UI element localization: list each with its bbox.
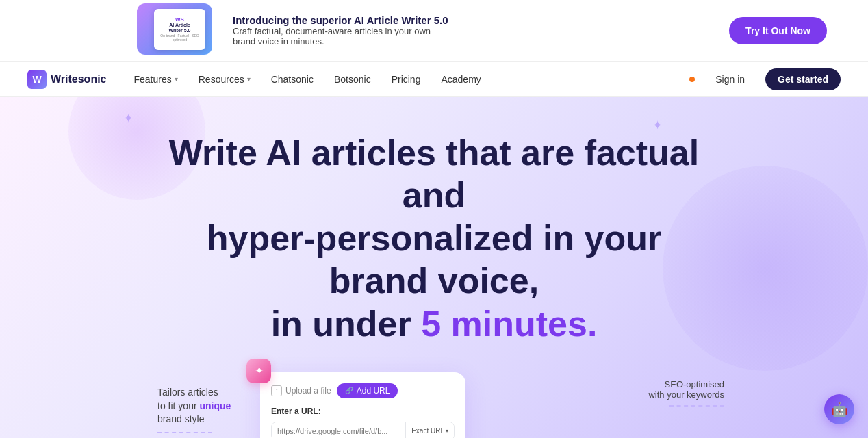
nav-item-botsonic[interactable]: Botsonic (334, 74, 371, 85)
annotation-brand-line3: brand style (157, 413, 204, 424)
banner: WS AI ArticleWriter 5.0 On-brand · Factu… (0, 0, 868, 62)
banner-graphic: WS AI ArticleWriter 5.0 On-brand · Factu… (137, 3, 219, 58)
sparkle-icon-3: ✦ (652, 118, 663, 133)
url-input-row: Exact URL (271, 422, 455, 438)
banner-text: Introducing the superior AI Article Writ… (233, 14, 452, 47)
notification-dot (689, 77, 695, 82)
demo-area: Tailors articles to fit your unique bran… (0, 359, 868, 438)
card-tabs: ↑ Upload a file 🔗 Add URL (271, 383, 455, 398)
nav-label-chatsonic: Chatsonic (271, 74, 314, 85)
chevron-down-icon-resources: ▾ (247, 75, 251, 83)
tab-upload-label: Upload a file (285, 386, 331, 396)
nav-label-features: Features (134, 74, 172, 85)
hero-section: ✦ ✦ ✦ Write AI articles that are factual… (0, 97, 868, 438)
nav-item-resources[interactable]: Resources ▾ (199, 74, 251, 85)
hero-title-line1: Write AI articles that are factual and (169, 133, 700, 215)
link-icon: 🔗 (345, 387, 353, 394)
nav-item-pricing[interactable]: Pricing (392, 74, 421, 85)
banner-card-logo: WS (175, 16, 184, 23)
banner-card-sub: On-brand · Factual · SEO optimised (157, 34, 203, 42)
sign-in-button[interactable]: Sign in (715, 74, 745, 85)
nav-label-resources: Resources (199, 74, 244, 85)
navbar: W Writesonic Features ▾ Resources ▾ Chat… (0, 62, 868, 97)
nav-label-botsonic: Botsonic (334, 74, 371, 85)
url-input-label: Enter a URL: (271, 407, 455, 416)
annotation-seo-line1: SEO-optimised (665, 379, 724, 389)
logo-text: Writesonic (51, 73, 107, 86)
nav-item-academy[interactable]: Academy (441, 74, 481, 85)
dashed-line-brand (157, 432, 212, 433)
logo-icon: W (27, 70, 47, 89)
tab-upload[interactable]: ↑ Upload a file (271, 385, 331, 396)
logo[interactable]: W Writesonic (27, 70, 107, 89)
hero-title-line3-prefix: in under (271, 304, 422, 344)
upload-icon: ↑ (271, 385, 282, 396)
annotation-brand-line2: to fit your (157, 400, 199, 411)
nav-label-pricing: Pricing (392, 74, 421, 85)
nav-label-academy: Academy (441, 74, 481, 85)
nav-item-features[interactable]: Features ▾ (134, 74, 178, 85)
annotation-brand-style: Tailors articles to fit your unique bran… (157, 386, 231, 433)
annotation-seo-line2: with your keywords (648, 389, 724, 400)
chat-widget[interactable]: 🤖 (824, 394, 854, 424)
url-input-card: ↑ Upload a file 🔗 Add URL Enter a URL: E… (260, 372, 465, 438)
url-input-field[interactable] (272, 422, 405, 438)
tab-url[interactable]: 🔗 Add URL (337, 383, 398, 398)
chat-icon: 🤖 (831, 401, 848, 417)
try-it-out-button[interactable]: Try It Out Now (729, 17, 827, 44)
banner-description: Craft factual, document-aware articles i… (233, 26, 452, 47)
get-started-button[interactable]: Get started (765, 68, 841, 90)
nav-item-chatsonic[interactable]: Chatsonic (271, 74, 314, 85)
banner-card: WS AI ArticleWriter 5.0 On-brand · Factu… (154, 9, 205, 50)
banner-heading: Introducing the superior AI Article Writ… (233, 14, 452, 26)
hero-title-line2: hyper-personalized in your brand voice, (207, 218, 662, 300)
sparkle-icon-1: ✦ (123, 111, 133, 126)
annotation-brand-unique: unique (199, 400, 231, 411)
exact-url-button[interactable]: Exact URL (405, 422, 454, 438)
annotation-seo: SEO-optimised with your keywords (648, 379, 724, 407)
dashed-line-seo (669, 405, 724, 407)
annotation-brand-line1: Tailors articles (157, 387, 218, 398)
tab-url-label: Add URL (357, 386, 390, 396)
banner-card-title: AI ArticleWriter 5.0 (169, 23, 191, 34)
hero-title: Write AI articles that are factual and h… (167, 131, 701, 345)
magic-wand-icon: ✦ (246, 359, 271, 383)
banner-left: WS AI ArticleWriter 5.0 On-brand · Factu… (137, 3, 452, 58)
hero-title-highlight: 5 minutes. (421, 304, 597, 344)
chevron-down-icon-features: ▾ (175, 75, 178, 83)
